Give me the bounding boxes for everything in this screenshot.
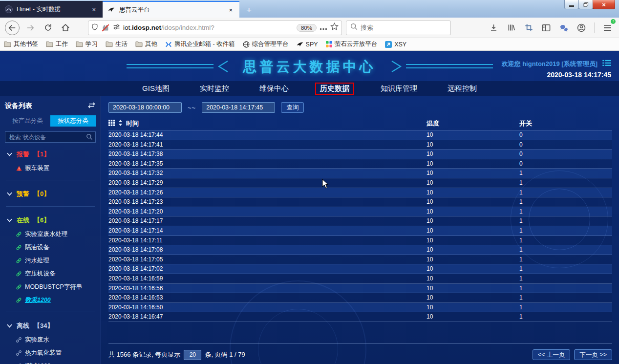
table-row[interactable]: 2020-03-18 14:16:56101 xyxy=(108,284,612,294)
table-row[interactable]: 2020-03-18 14:17:44100 xyxy=(108,130,612,140)
table-row[interactable]: 2020-03-18 14:17:11101 xyxy=(108,236,612,246)
nav-tab-3[interactable]: 历史数据 xyxy=(315,83,354,95)
device-name: 数采1200 xyxy=(25,296,51,304)
downloads-icon[interactable] xyxy=(487,21,500,35)
bookmark-item[interactable]: 其他书签 xyxy=(4,40,38,48)
bookmark-item[interactable]: 生活 xyxy=(106,40,128,48)
plugin-blocked-icon[interactable] xyxy=(101,23,110,32)
page-size-input[interactable] xyxy=(184,350,201,360)
shield-icon[interactable] xyxy=(91,23,98,33)
menu-list-icon[interactable] xyxy=(602,60,611,68)
tree-group-header[interactable]: 在线【6】 xyxy=(5,212,96,228)
prev-page-button[interactable]: << 上一页 xyxy=(533,349,571,360)
bookmark-item[interactable]: XSY xyxy=(385,41,406,48)
table-row[interactable]: 2020-03-18 14:16:59101 xyxy=(108,274,612,284)
query-button[interactable]: 查询 xyxy=(281,102,304,113)
tree-group-header[interactable]: 预警【0】 xyxy=(5,185,96,201)
end-datetime-input[interactable] xyxy=(202,102,275,113)
device-search-input[interactable] xyxy=(5,131,96,143)
sort-icon[interactable] xyxy=(118,120,123,128)
column-header-time[interactable]: 时间 xyxy=(126,119,139,128)
bookmark-item[interactable]: 学习 xyxy=(76,40,98,48)
bookmark-item[interactable]: 萤石云开放平台 xyxy=(326,40,378,48)
table-row[interactable]: 2020-03-18 14:17:32101 xyxy=(108,169,612,178)
device-item[interactable]: 空压机设备 xyxy=(5,267,96,280)
table-row[interactable]: 2020-03-18 14:17:17101 xyxy=(108,216,612,226)
sidebar-tab-0[interactable]: 按产品分类 xyxy=(5,115,50,127)
bookmark-item[interactable]: 综合管理平台 xyxy=(243,40,289,48)
bookmark-item[interactable]: 工作 xyxy=(46,40,68,48)
search-icon[interactable] xyxy=(86,133,93,142)
table-row[interactable]: 2020-03-18 14:17:14101 xyxy=(108,226,612,236)
home-icon[interactable] xyxy=(59,21,72,35)
columns-icon[interactable] xyxy=(108,120,115,128)
device-item[interactable]: 热力氧化装置 xyxy=(5,346,96,360)
account-icon[interactable] xyxy=(575,21,588,35)
table-row[interactable]: 2020-03-18 14:17:38100 xyxy=(108,150,612,159)
page-actions-icon[interactable] xyxy=(320,23,327,32)
bookmark-star-icon[interactable] xyxy=(330,22,339,33)
menu-icon[interactable]: ↑ xyxy=(600,21,614,35)
table-row[interactable]: 2020-03-18 14:17:20101 xyxy=(108,207,612,217)
screenshot-icon[interactable] xyxy=(522,21,535,35)
table-row[interactable]: 2020-03-18 14:17:08101 xyxy=(108,245,612,255)
device-item[interactable]: 测试1200 xyxy=(5,360,96,364)
close-tab-icon[interactable]: × xyxy=(227,6,235,14)
zoom-level-badge[interactable]: 80% xyxy=(297,24,317,32)
close-tab-icon[interactable]: × xyxy=(90,6,98,13)
reload-icon[interactable] xyxy=(41,21,55,35)
device-item[interactable]: 实验废水 xyxy=(5,333,96,346)
nav-tab-1[interactable]: 实时监控 xyxy=(196,83,233,95)
device-item[interactable]: 数采1200 xyxy=(5,294,96,307)
next-page-button[interactable]: 下一页 >> xyxy=(574,349,612,360)
nav-tab-2[interactable]: 维保中心 xyxy=(256,83,293,95)
browser-tab-hinet[interactable]: Hinet - 实时数据 × xyxy=(0,1,103,18)
bookmark-item[interactable]: 腾讯企业邮箱 - 收件箱 xyxy=(165,40,235,48)
table-row[interactable]: 2020-03-18 14:16:47101 xyxy=(108,312,612,322)
nav-tab-5[interactable]: 远程控制 xyxy=(444,83,481,95)
device-item[interactable]: 隔油设备 xyxy=(5,241,96,254)
table-row[interactable]: 2020-03-18 14:17:05101 xyxy=(108,255,612,265)
forward-icon[interactable] xyxy=(23,21,37,35)
url-bar[interactable]: iot.idosp.net/idosp/index.html? 80% xyxy=(88,21,342,35)
minimize-button[interactable] xyxy=(564,0,579,9)
device-item[interactable]: MODBUSTCP字符串 xyxy=(5,280,96,294)
column-header-temperature[interactable]: 温度 xyxy=(427,119,519,128)
tree-group-header[interactable]: 报警【1】 xyxy=(5,146,96,162)
table-row[interactable]: 2020-03-18 14:16:53101 xyxy=(108,293,612,303)
nav-tab-0[interactable]: GIS地图 xyxy=(138,83,173,95)
search-bar[interactable] xyxy=(346,21,451,35)
search-input[interactable] xyxy=(361,24,434,31)
url-text[interactable]: iot.idosp.net/idosp/index.html? xyxy=(123,24,294,31)
table-cell: 1 xyxy=(519,245,612,255)
device-item[interactable]: 猴车装置 xyxy=(5,162,96,175)
bookmark-item[interactable]: SPY xyxy=(297,41,318,48)
device-item[interactable]: 实验室废水处理 xyxy=(5,228,96,241)
chat-bubbles-icon[interactable] xyxy=(557,21,571,35)
permissions-icon[interactable] xyxy=(113,23,120,32)
table-row[interactable]: 2020-03-18 14:17:23101 xyxy=(108,197,612,207)
nav-tab-4[interactable]: 知识库管理 xyxy=(377,83,421,95)
library-icon[interactable] xyxy=(504,21,518,35)
table-row[interactable]: 2020-03-18 14:17:35100 xyxy=(108,159,612,169)
close-window-button[interactable]: × xyxy=(593,0,615,9)
swap-icon[interactable] xyxy=(87,102,96,110)
sidebar-tab-1[interactable]: 按状态分类 xyxy=(50,115,96,127)
table-row[interactable]: 2020-03-18 14:17:29101 xyxy=(108,178,612,188)
bookmark-item[interactable]: 其他 xyxy=(135,40,157,48)
device-item[interactable]: 污水处理 xyxy=(5,254,96,267)
browser-tab-sipu[interactable]: 思普云平台 × xyxy=(103,1,239,18)
start-datetime-input[interactable] xyxy=(108,102,182,113)
table-cell: 1 xyxy=(519,236,612,245)
tree-group-header[interactable]: 离线【34】 xyxy=(5,317,96,333)
table-row[interactable]: 2020-03-18 14:17:02101 xyxy=(108,264,612,274)
column-header-switch[interactable]: 开关 xyxy=(519,119,612,128)
table-row[interactable]: 2020-03-18 14:16:50101 xyxy=(108,303,612,313)
table-cell: 2020-03-18 14:17:02 xyxy=(108,264,427,274)
table-row[interactable]: 2020-03-18 14:17:41100 xyxy=(108,140,612,150)
back-icon[interactable] xyxy=(5,21,20,35)
restore-button[interactable] xyxy=(578,0,593,9)
new-tab-button[interactable]: + xyxy=(239,5,258,18)
sidebar-toggle-icon[interactable] xyxy=(539,21,553,35)
table-row[interactable]: 2020-03-18 14:17:26101 xyxy=(108,188,612,198)
